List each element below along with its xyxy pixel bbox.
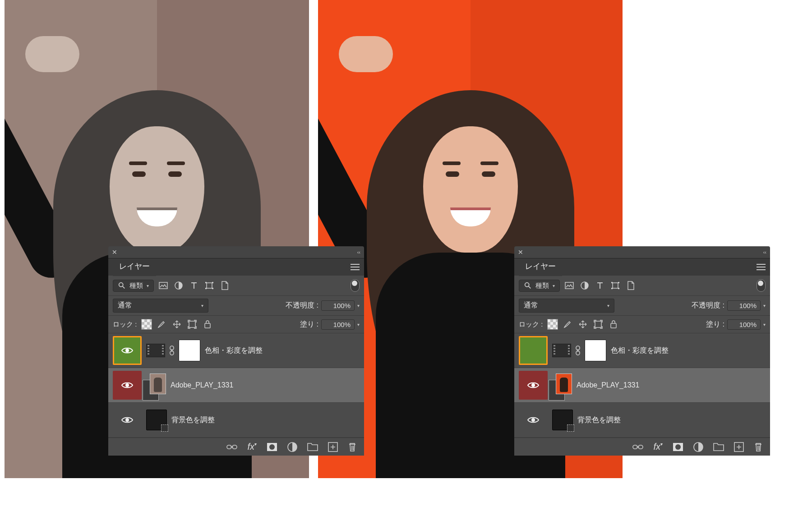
layer-name: Adobe_PLAY_1331 (577, 381, 639, 389)
filter-pixel-icon[interactable] (563, 280, 575, 291)
search-icon (118, 281, 126, 290)
layer-thumbs (146, 373, 166, 397)
svg-rect-24 (613, 283, 618, 288)
tab-layers[interactable]: レイヤー (519, 258, 562, 276)
eye (132, 171, 146, 177)
filter-kind-dropdown[interactable]: 種類 ▾ (519, 280, 560, 292)
fx-icon[interactable]: fx▾ (653, 442, 663, 452)
layer-row-image[interactable]: Adobe_PLAY_1331 (514, 368, 770, 403)
delete-layer-icon[interactable] (348, 442, 357, 452)
visibility-toggle[interactable] (519, 406, 548, 434)
opacity-value[interactable]: 100% (321, 300, 355, 311)
tab-layers[interactable]: レイヤー (113, 258, 156, 276)
filter-adjust-icon[interactable] (173, 280, 185, 291)
filter-kind-label: 種類 (129, 281, 143, 290)
filter-shape-icon[interactable] (203, 280, 215, 291)
link-icon[interactable] (575, 346, 581, 355)
lock-artboard-icon[interactable] (592, 318, 604, 330)
new-layer-icon[interactable] (328, 442, 338, 452)
face (423, 126, 518, 253)
fill-value[interactable]: 100% (727, 319, 761, 330)
panel-tabs: レイヤー (514, 258, 770, 276)
fill-value[interactable]: 100% (321, 319, 355, 330)
visibility-toggle[interactable] (519, 336, 548, 365)
eye-icon (121, 346, 134, 355)
chevron-down-icon[interactable]: ▾ (763, 303, 766, 308)
add-mask-icon[interactable] (673, 442, 683, 452)
filter-smart-icon[interactable] (625, 280, 637, 291)
filter-toggle[interactable] (351, 279, 360, 292)
filter-kind-label: 種類 (535, 281, 549, 290)
layer-row-bg-adjust[interactable]: 背景色を調整 (108, 403, 364, 438)
chevron-down-icon[interactable]: ▾ (763, 322, 766, 327)
blend-mode-dropdown[interactable]: 通常 ▾ (113, 299, 208, 313)
panel-menu-icon[interactable] (351, 264, 360, 270)
mask-thumb[interactable] (179, 340, 200, 361)
visibility-toggle[interactable] (113, 336, 142, 365)
panel-menu-icon[interactable] (757, 264, 766, 270)
collapse-icon[interactable]: ‹‹ (763, 249, 766, 255)
add-adjustment-icon[interactable] (287, 442, 297, 452)
layer-row-bg-adjust[interactable]: 背景色を調整 (514, 403, 770, 438)
lock-all-icon[interactable] (202, 318, 213, 330)
filter-row: 種類 ▾ (108, 276, 364, 296)
chevron-down-icon[interactable]: ▾ (357, 303, 360, 308)
svg-rect-6 (205, 288, 207, 289)
visibility-toggle[interactable] (113, 371, 142, 400)
filter-adjust-icon[interactable] (579, 280, 591, 291)
link-layers-icon[interactable] (226, 443, 237, 451)
lock-artboard-icon[interactable] (186, 318, 198, 330)
opacity-control: 不透明度 : 100% ▾ (286, 300, 360, 311)
filter-shape-icon[interactable] (609, 280, 621, 291)
chevron-down-icon[interactable]: ▾ (357, 322, 360, 327)
blend-mode-dropdown[interactable]: 通常 ▾ (519, 299, 614, 313)
filter-toggle[interactable] (757, 279, 766, 292)
mask-thumb[interactable] (585, 340, 606, 361)
filter-row: 種類 ▾ (514, 276, 770, 296)
lock-label: ロック : (113, 320, 137, 329)
filter-pixel-icon[interactable] (157, 280, 169, 291)
panel-body: 種類 ▾ 通常 ▾ 不透明度 : 100% ▾ ロック : (514, 276, 770, 456)
link-icon[interactable] (169, 346, 175, 355)
lock-move-icon[interactable] (171, 318, 183, 330)
new-group-icon[interactable] (307, 442, 318, 452)
filter-smart-icon[interactable] (219, 280, 231, 291)
fill-layer-thumb-icon (552, 410, 573, 430)
layer-row-hue-sat[interactable]: 色相・彩度を調整 (514, 333, 770, 368)
close-icon[interactable]: ✕ (518, 249, 523, 256)
visibility-toggle[interactable] (519, 371, 548, 400)
lock-brush-icon[interactable] (562, 318, 573, 330)
add-adjustment-icon[interactable] (693, 442, 703, 452)
chevron-down-icon: ▾ (553, 283, 555, 288)
lock-move-icon[interactable] (577, 318, 589, 330)
delete-layer-icon[interactable] (754, 442, 763, 452)
layer-thumbs (552, 410, 573, 430)
layers-panel-right: ✕ ‹‹ レイヤー 種類 ▾ 通常 ▾ (514, 246, 770, 456)
add-mask-icon[interactable] (267, 442, 277, 452)
close-icon[interactable]: ✕ (112, 249, 117, 256)
brow (480, 161, 498, 165)
lock-brush-icon[interactable] (156, 318, 167, 330)
new-group-icon[interactable] (713, 442, 724, 452)
lock-transparency-icon[interactable] (547, 319, 558, 330)
chevron-down-icon: ▾ (201, 303, 203, 308)
chevron-down-icon: ▾ (607, 303, 609, 308)
layer-row-image[interactable]: Adobe_PLAY_1331 (108, 368, 364, 403)
filter-kind-dropdown[interactable]: 種類 ▾ (113, 280, 154, 292)
fx-icon[interactable]: fx▾ (247, 442, 257, 452)
svg-rect-29 (595, 321, 601, 327)
lock-transparency-icon[interactable] (141, 319, 152, 330)
lock-row: ロック : 塗り : 100% ▾ (108, 316, 364, 333)
visibility-toggle[interactable] (113, 406, 142, 434)
lock-all-icon[interactable] (608, 318, 619, 330)
new-layer-icon[interactable] (734, 442, 744, 452)
layer-row-hue-sat[interactable]: 色相・彩度を調整 (108, 333, 364, 368)
brow (167, 161, 185, 165)
collapse-icon[interactable]: ‹‹ (357, 249, 360, 255)
filter-text-icon[interactable] (594, 280, 606, 291)
opacity-value[interactable]: 100% (727, 300, 761, 311)
link-layers-icon[interactable] (632, 443, 643, 451)
brow (129, 161, 147, 165)
fill-label: 塗り : (300, 320, 318, 329)
filter-text-icon[interactable] (188, 280, 200, 291)
